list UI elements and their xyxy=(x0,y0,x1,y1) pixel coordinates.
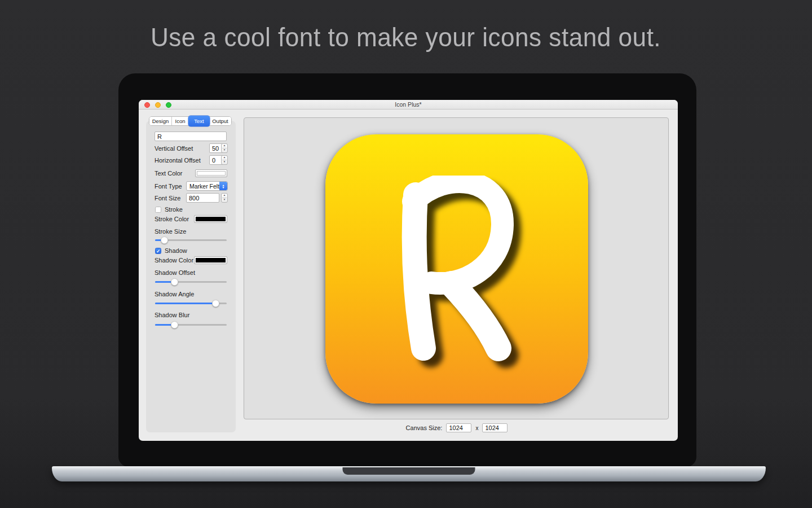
canvas-height-field[interactable] xyxy=(482,423,508,432)
canvas-size-bar: Canvas Size: x xyxy=(244,422,670,433)
font-type-label: Font Type xyxy=(155,183,182,190)
font-size-stepper[interactable]: ▲▼ xyxy=(221,193,228,203)
window-title: Icon Plus* xyxy=(139,100,678,110)
mode-tabs: Design Icon Text Output xyxy=(149,116,232,126)
slider-thumb[interactable] xyxy=(161,237,168,244)
traffic-lights xyxy=(144,102,171,108)
stroke-color-well[interactable] xyxy=(194,215,227,223)
icon-text-input[interactable] xyxy=(155,132,227,141)
text-color-label: Text Color xyxy=(155,170,183,177)
font-type-value: Marker Felt xyxy=(187,183,219,190)
shadow-color-well[interactable] xyxy=(194,256,227,264)
shadow-blur-slider[interactable] xyxy=(155,321,227,329)
stepper-up-icon[interactable]: ▲ xyxy=(223,156,226,159)
stepper-down-icon[interactable]: ▼ xyxy=(223,149,226,152)
stroke-size-slider[interactable] xyxy=(155,237,227,244)
shadow-offset-slider[interactable] xyxy=(155,278,227,286)
shadow-color-label: Shadow Color xyxy=(155,257,193,264)
stepper-up-icon[interactable]: ▲ xyxy=(223,144,226,147)
tab-icon[interactable]: Icon xyxy=(172,117,189,125)
vertical-offset-stepper[interactable]: ▲▼ xyxy=(221,143,228,153)
laptop-screen-bezel: Icon Plus* Design Icon Text Output Verti… xyxy=(118,73,696,467)
font-size-field[interactable] xyxy=(186,193,219,203)
icon-preview xyxy=(325,134,588,404)
stepper-down-icon[interactable]: ▼ xyxy=(223,161,226,164)
text-color-swatch xyxy=(197,171,226,176)
close-window-button[interactable] xyxy=(144,102,150,108)
vertical-offset-label: Vertical Offset xyxy=(155,145,193,152)
stroke-checkbox[interactable] xyxy=(155,207,161,213)
shadow-color-swatch xyxy=(196,258,226,262)
slide-headline: Use a cool font to make your icons stand… xyxy=(0,21,812,52)
shadow-checkbox-label: Shadow xyxy=(165,247,187,254)
tab-design[interactable]: Design xyxy=(149,117,172,125)
sidebar-panel: Vertical Offset ▲▼ Horizontal Offset ▲▼ … xyxy=(146,121,236,432)
stroke-color-swatch xyxy=(196,217,226,221)
stroke-size-label: Stroke Size xyxy=(155,228,186,235)
canvas-width-field[interactable] xyxy=(446,423,471,432)
laptop-base xyxy=(52,466,766,481)
slider-thumb[interactable] xyxy=(212,300,219,307)
shadow-offset-label: Shadow Offset xyxy=(155,269,195,276)
zoom-window-button[interactable] xyxy=(166,102,171,108)
canvas-size-label: Canvas Size: xyxy=(406,424,443,431)
font-size-label: Font Size xyxy=(155,195,180,202)
shadow-checkbox[interactable]: ✓ xyxy=(155,248,161,254)
stepper-down-icon[interactable]: ▼ xyxy=(223,199,226,202)
tab-output[interactable]: Output xyxy=(209,117,231,125)
popup-chevrons-icon: ▲▼ xyxy=(219,182,227,190)
stroke-color-label: Stroke Color xyxy=(155,216,189,222)
app-window: Icon Plus* Design Icon Text Output Verti… xyxy=(139,100,678,441)
minimize-window-button[interactable] xyxy=(155,102,161,108)
font-type-dropdown[interactable]: Marker Felt ▲▼ xyxy=(186,181,228,191)
preview-canvas xyxy=(244,117,669,419)
tab-text[interactable]: Text xyxy=(188,116,210,126)
preview-letter-R xyxy=(384,176,529,367)
slider-thumb[interactable] xyxy=(171,278,178,286)
canvas-size-separator: x xyxy=(475,425,478,431)
laptop-base-notch xyxy=(343,467,475,475)
horizontal-offset-label: Horizontal Offset xyxy=(155,157,201,164)
window-titlebar: Icon Plus* xyxy=(139,100,678,110)
shadow-angle-label: Shadow Angle xyxy=(155,291,194,297)
text-color-well[interactable] xyxy=(195,169,227,177)
slider-fill xyxy=(155,303,216,304)
shadow-blur-label: Shadow Blur xyxy=(155,312,189,318)
stepper-up-icon[interactable]: ▲ xyxy=(223,194,226,197)
horizontal-offset-stepper[interactable]: ▲▼ xyxy=(221,155,228,165)
slider-thumb[interactable] xyxy=(171,321,178,329)
stroke-checkbox-label: Stroke xyxy=(165,206,183,213)
shadow-angle-slider[interactable] xyxy=(155,300,227,307)
